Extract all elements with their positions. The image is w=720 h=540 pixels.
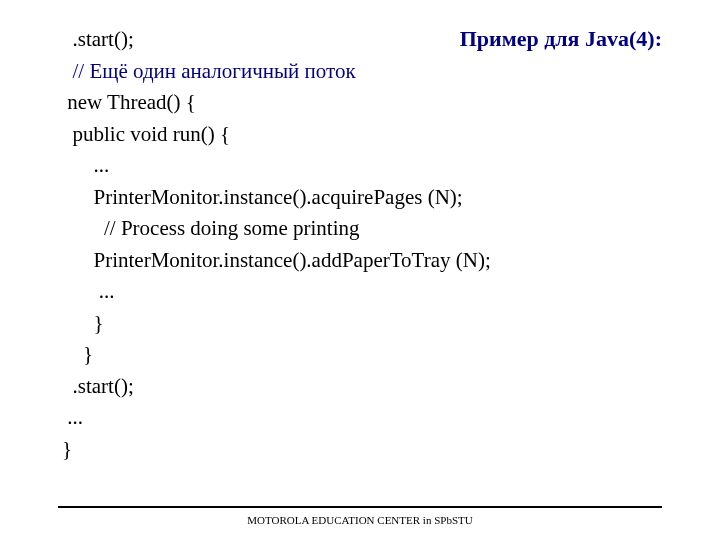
code-line: PrinterMonitor.instance().addPaperToTray… <box>62 248 491 272</box>
code-line: ... <box>62 279 115 303</box>
code-block: .start(); // Ещё один аналогичный поток … <box>62 24 662 465</box>
footer-text: MOTOROLA EDUCATION CENTER in SPbSTU <box>0 514 720 526</box>
code-line: ... <box>62 405 83 429</box>
slide: Пример для Java(4): .start(); // Ещё оди… <box>0 0 720 540</box>
code-line: } <box>62 311 104 335</box>
code-line: // Process doing some printing <box>62 216 360 240</box>
code-line: PrinterMonitor.instance().acquirePages (… <box>62 185 463 209</box>
code-comment: // Ещё один аналогичный поток <box>62 59 356 83</box>
code-line: ... <box>62 153 109 177</box>
code-line: .start(); <box>62 27 134 51</box>
code-line: .start(); <box>62 374 134 398</box>
code-line: public void run() { <box>62 122 230 146</box>
code-line: } <box>62 437 72 461</box>
footer-divider <box>58 506 662 508</box>
code-line: } <box>62 342 93 366</box>
code-line: new Thread() { <box>62 90 196 114</box>
